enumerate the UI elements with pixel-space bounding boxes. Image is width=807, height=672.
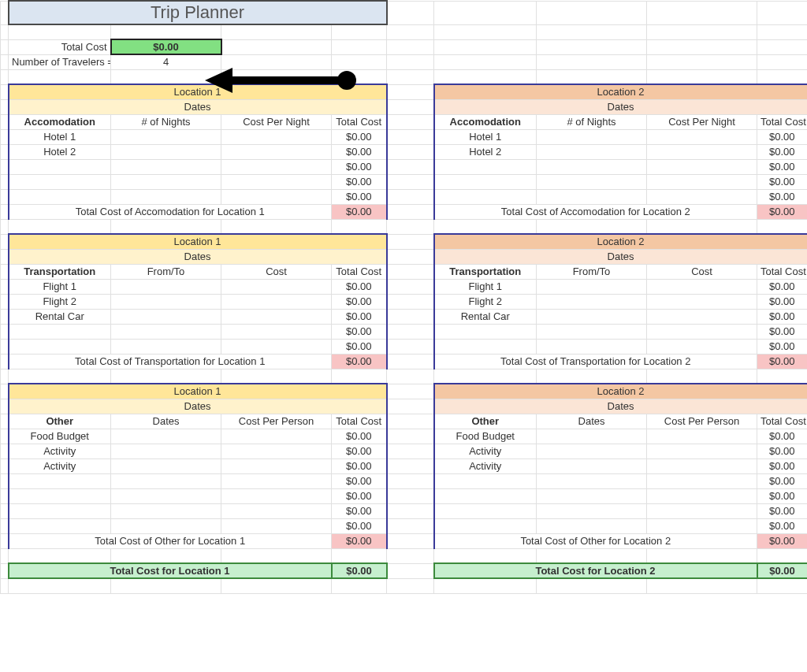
- loc1-other-header: Location 1: [9, 384, 387, 399]
- loc2-trans-header: Location 2: [434, 234, 807, 249]
- accom-total-loc1-value: $0.00: [332, 204, 387, 219]
- loc2-accom-dates: Dates: [434, 99, 807, 114]
- accom-total-loc2-label: Total Cost of Accomodation for Location …: [434, 204, 757, 219]
- grand-total-loc2-value: $0.00: [757, 563, 807, 578]
- page-title: Trip Planner: [9, 1, 387, 24]
- loc1-accom-dates: Dates: [9, 99, 387, 114]
- loc2-accom-header: Location 2: [434, 84, 807, 99]
- loc2-other-header: Location 2: [434, 384, 807, 399]
- total-cost-value[interactable]: $0.00: [111, 39, 221, 54]
- trans-cat-label: Transportation: [9, 264, 111, 279]
- other-cat-label: Other: [9, 414, 111, 429]
- total-cost-label: Total Cost: [9, 39, 111, 54]
- loc1-accom-header: Location 1: [9, 84, 387, 99]
- accom-total-loc1-label: Total Cost of Accomodation for Location …: [9, 204, 332, 219]
- accom-cat-label: Accomodation: [9, 114, 111, 129]
- accom-total-col: Total Cost: [332, 114, 387, 129]
- accom-col1: # of Nights: [111, 114, 221, 129]
- travelers-label: Number of Travelers =: [9, 54, 111, 69]
- other-total-loc1-label: Total Cost of Other for Location 1: [9, 533, 332, 548]
- other-total-loc2-label: Total Cost of Other for Location 2: [434, 533, 757, 548]
- trans-total-loc1-label: Total Cost of Transportation for Locatio…: [9, 354, 332, 369]
- table-row[interactable]: Hotel 1: [434, 129, 537, 144]
- grand-total-loc1-value: $0.00: [332, 563, 387, 578]
- spreadsheet-grid[interactable]: Trip Planner Total Cost $0.00 Number of …: [0, 0, 807, 594]
- table-row[interactable]: Hotel 1: [9, 129, 111, 144]
- grand-total-loc2-label: Total Cost for Location 2: [434, 563, 757, 578]
- loc1-trans-header: Location 1: [9, 234, 387, 249]
- grand-total-loc1-label: Total Cost for Location 1: [9, 563, 332, 578]
- travelers-value[interactable]: 4: [111, 54, 221, 69]
- accom-total-loc2-value: $0.00: [757, 204, 807, 219]
- trans-total-loc2-label: Total Cost of Transportation for Locatio…: [434, 354, 757, 369]
- accom-col2: Cost Per Night: [221, 114, 332, 129]
